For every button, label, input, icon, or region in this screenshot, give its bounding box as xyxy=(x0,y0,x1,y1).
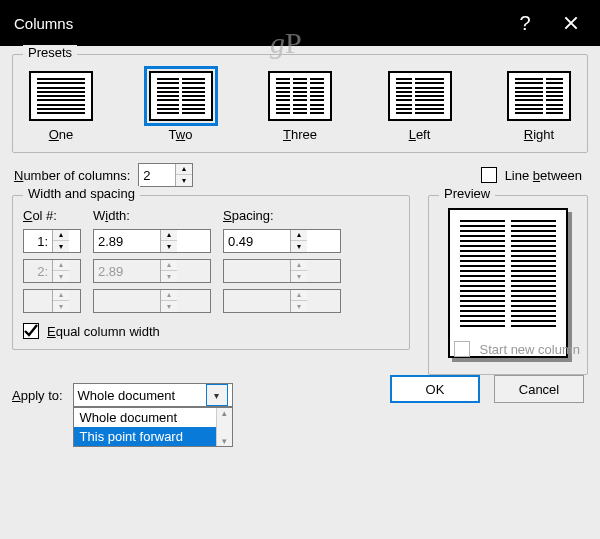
apply-to-dropdown[interactable]: Whole documentThis point forward▴▾ xyxy=(73,407,233,447)
width-header: Width: xyxy=(93,208,211,223)
dialog-body: Presets OneTwoThreeLeftRight Number of c… xyxy=(0,46,600,417)
presets-legend: Presets xyxy=(23,45,77,60)
spin-down-icon: ▾ xyxy=(53,301,69,312)
cancel-button[interactable]: Cancel xyxy=(494,375,584,403)
titlebar: Columns ? xyxy=(0,0,600,46)
dialog-title: Columns xyxy=(14,15,502,32)
equal-width-label: Equal column width xyxy=(47,324,160,339)
spacing-header: Spacing: xyxy=(223,208,341,223)
preset-label: Three xyxy=(283,127,317,142)
checkbox-disabled-icon xyxy=(454,341,470,357)
preview-page xyxy=(448,208,568,358)
num-columns-label: Number of columns: xyxy=(14,168,130,183)
spin-up-icon[interactable]: ▴ xyxy=(161,230,177,241)
line-between-label: Line between xyxy=(505,168,582,183)
preset-one[interactable]: One xyxy=(29,71,93,142)
width-3: ▴▾ xyxy=(93,289,211,313)
preset-three[interactable]: Three xyxy=(268,71,332,142)
spacing-2: ▴▾ xyxy=(223,259,341,283)
spin-up-icon: ▴ xyxy=(161,260,177,271)
col-num-2: ▴▾ xyxy=(23,259,81,283)
spin-down-icon[interactable]: ▾ xyxy=(291,241,307,252)
columns-dialog: Columns ? gP Presets OneTwoThreeLeftRigh… xyxy=(0,0,600,539)
spin-down-icon[interactable]: ▾ xyxy=(53,241,69,252)
width-2: ▴▾ xyxy=(93,259,211,283)
start-new-column-label: Start new column xyxy=(480,342,580,357)
equal-width-checkbox[interactable]: Equal column width xyxy=(23,323,399,339)
spin-up-icon: ▴ xyxy=(161,290,177,301)
spin-up-icon: ▴ xyxy=(291,260,307,271)
spin-up-icon[interactable]: ▴ xyxy=(291,230,307,241)
close-icon xyxy=(563,15,579,31)
spacing-3: ▴▾ xyxy=(223,289,341,313)
spin-up-icon: ▴ xyxy=(53,290,69,301)
num-columns-spinner[interactable]: ▴▾ xyxy=(138,163,193,187)
apply-to-option[interactable]: Whole document xyxy=(74,408,232,427)
spin-down-icon[interactable]: ▾ xyxy=(161,241,177,252)
apply-to-label: Apply to: xyxy=(12,388,63,403)
spin-down-icon: ▾ xyxy=(161,301,177,312)
spin-down-icon[interactable]: ▾ xyxy=(176,175,192,186)
scrollbar[interactable]: ▴▾ xyxy=(216,408,232,446)
checkbox-checked-icon xyxy=(23,323,39,339)
close-button[interactable] xyxy=(548,0,594,46)
col-num-3: ▴▾ xyxy=(23,289,81,313)
spin-down-icon: ▾ xyxy=(53,271,69,282)
apply-to-combo[interactable]: Whole document ▾ Whole documentThis poin… xyxy=(73,383,233,407)
spacing-1[interactable]: ▴▾ xyxy=(223,229,341,253)
col-header: Col #: xyxy=(23,208,81,223)
apply-to-value: Whole document xyxy=(78,388,176,403)
line-between-checkbox[interactable]: Line between xyxy=(481,167,582,183)
width-spacing-group: Width and spacing Col #: Width: Spacing:… xyxy=(12,195,410,350)
apply-to-option[interactable]: This point forward xyxy=(74,427,232,446)
help-button[interactable]: ? xyxy=(502,0,548,46)
spin-up-icon[interactable]: ▴ xyxy=(176,164,192,175)
ok-button[interactable]: OK xyxy=(390,375,480,403)
width-spacing-legend: Width and spacing xyxy=(23,186,140,201)
spin-down-icon: ▾ xyxy=(291,271,307,282)
spin-down-icon: ▾ xyxy=(161,271,177,282)
checkbox-icon xyxy=(481,167,497,183)
preset-label: One xyxy=(49,127,74,142)
start-new-column: Start new column xyxy=(454,341,580,357)
width-1[interactable]: ▴▾ xyxy=(93,229,211,253)
presets-group: Presets OneTwoThreeLeftRight xyxy=(12,54,588,153)
spin-up-icon[interactable]: ▴ xyxy=(53,230,69,241)
width-spacing-grid: Col #: Width: Spacing: ▴▾▴▾▴▾▴▾▴▾▴▾▴▾▴▾▴… xyxy=(23,208,399,313)
preset-label: Right xyxy=(524,127,554,142)
spin-up-icon: ▴ xyxy=(53,260,69,271)
col-num-1[interactable]: ▴▾ xyxy=(23,229,81,253)
dialog-buttons: OK Cancel xyxy=(390,375,584,403)
preview-legend: Preview xyxy=(439,186,495,201)
preset-label: Left xyxy=(409,127,431,142)
num-columns-input[interactable] xyxy=(139,164,175,186)
num-and-linebetween: Number of columns: ▴▾ Line between xyxy=(14,163,582,187)
spin-up-icon: ▴ xyxy=(291,290,307,301)
preset-right[interactable]: Right xyxy=(507,71,571,142)
spin-down-icon: ▾ xyxy=(291,301,307,312)
chevron-down-icon[interactable]: ▾ xyxy=(206,384,228,406)
preset-label: Two xyxy=(169,127,193,142)
preset-two[interactable]: Two xyxy=(149,71,213,142)
preset-left[interactable]: Left xyxy=(388,71,452,142)
